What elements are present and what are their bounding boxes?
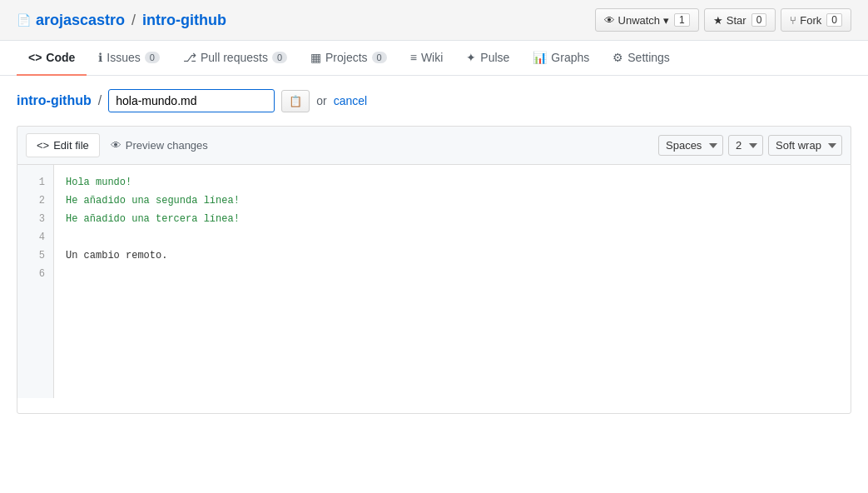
fork-label: Fork: [800, 14, 821, 27]
edit-file-label: Edit file: [53, 139, 89, 152]
indent-mode-select[interactable]: Spaces Tabs: [658, 135, 723, 156]
code-line: He añadido una segunda línea!: [66, 192, 839, 210]
tab-pulse-label: Pulse: [480, 51, 509, 64]
watch-button[interactable]: 👁 Unwatch ▾ 1: [595, 8, 699, 32]
issues-icon: ℹ: [98, 51, 102, 64]
top-actions: 👁 Unwatch ▾ 1 ★ Star 0 ⑂ Fork 0: [595, 8, 851, 32]
code-line: [66, 265, 839, 283]
fork-button[interactable]: ⑂ Fork 0: [781, 8, 851, 32]
pr-badge: 0: [272, 52, 287, 63]
tab-pr-label: Pull requests: [201, 51, 268, 64]
tab-settings-label: Settings: [627, 51, 670, 64]
or-text: or: [316, 94, 326, 107]
fork-count: 0: [826, 13, 842, 27]
breadcrumb-separator: /: [98, 93, 102, 108]
watch-label: Unwatch: [618, 14, 661, 27]
line-number: 6: [17, 265, 53, 283]
code-line: He añadido una tercera línea!: [66, 210, 839, 228]
pulse-icon: ✦: [466, 51, 476, 64]
editor-area: 123456 Hola mundo!He añadido una segunda…: [17, 164, 851, 414]
code-line: [66, 228, 839, 246]
tab-pulse[interactable]: ✦ Pulse: [454, 41, 521, 76]
pr-icon: ⎇: [183, 51, 196, 64]
owner-link[interactable]: arojascastro: [36, 12, 125, 29]
repo-link[interactable]: intro-github: [142, 12, 226, 29]
code-lines: 123456 Hola mundo!He añadido una segunda…: [17, 165, 851, 398]
indent-size-select[interactable]: 2 4 8: [728, 135, 763, 156]
preview-icon: 👁: [111, 139, 122, 152]
wrap-select[interactable]: Soft wrap No wrap: [768, 135, 842, 156]
preview-changes-label: Preview changes: [126, 139, 208, 152]
line-number: 4: [17, 228, 53, 246]
line-number: 3: [17, 210, 53, 228]
code-line: Un cambio remoto.: [66, 246, 839, 265]
watch-dropdown-icon[interactable]: ▾: [663, 14, 669, 27]
projects-badge: 0: [372, 52, 387, 63]
star-label: Star: [727, 14, 746, 27]
editor-tabs: <> Edit file 👁 Preview changes: [26, 133, 219, 157]
tab-wiki[interactable]: ≡ Wiki: [399, 41, 455, 76]
title-separator: /: [131, 12, 136, 29]
code-line: Hola mundo!: [66, 173, 839, 192]
tab-wiki-label: Wiki: [421, 51, 443, 64]
star-count: 0: [751, 13, 767, 27]
tab-pull-requests[interactable]: ⎇ Pull requests 0: [171, 41, 299, 76]
tab-issues-label: Issues: [107, 51, 140, 64]
editor-toolbar: <> Edit file 👁 Preview changes Spaces Ta…: [17, 126, 851, 164]
preview-changes-tab[interactable]: 👁 Preview changes: [100, 133, 219, 157]
wiki-icon: ≡: [410, 51, 417, 64]
tab-projects[interactable]: ▦ Projects 0: [299, 41, 399, 76]
settings-icon: ⚙: [613, 51, 623, 64]
editor-controls: Spaces Tabs 2 4 8 Soft wrap No wrap: [658, 135, 842, 156]
tab-graphs[interactable]: 📊 Graphs: [521, 41, 601, 76]
repo-icon: 📄: [17, 13, 31, 27]
tab-code-label: Code: [46, 51, 75, 64]
tab-issues[interactable]: ℹ Issues 0: [87, 41, 171, 76]
filename-input[interactable]: [108, 89, 275, 112]
star-icon: ★: [713, 14, 723, 27]
projects-icon: ▦: [310, 51, 321, 64]
line-numbers: 123456: [17, 165, 54, 398]
issues-badge: 0: [145, 52, 160, 63]
edit-icon: <>: [37, 139, 49, 152]
top-bar: 📄 arojascastro / intro-github 👁 Unwatch …: [0, 0, 868, 41]
clipboard-icon: 📋: [289, 95, 302, 107]
line-number: 1: [17, 173, 53, 192]
copy-path-button[interactable]: 📋: [281, 90, 310, 112]
eye-icon: 👁: [604, 14, 615, 27]
breadcrumb-row: intro-github / 📋 or cancel: [0, 76, 868, 126]
line-number: 5: [17, 246, 53, 265]
tab-graphs-label: Graphs: [551, 51, 589, 64]
repo-title: 📄 arojascastro / intro-github: [17, 12, 226, 29]
line-number: 2: [17, 192, 53, 210]
code-content[interactable]: Hola mundo!He añadido una segunda línea!…: [54, 165, 851, 398]
tab-code[interactable]: <> Code: [17, 41, 87, 76]
fork-icon: ⑂: [790, 14, 796, 27]
cancel-link[interactable]: cancel: [334, 94, 367, 107]
breadcrumb-repo-link[interactable]: intro-github: [17, 93, 92, 108]
edit-file-tab[interactable]: <> Edit file: [26, 133, 100, 157]
code-icon: <>: [28, 51, 42, 64]
tab-projects-label: Projects: [325, 51, 368, 64]
tab-settings[interactable]: ⚙ Settings: [601, 41, 682, 76]
watch-count: 1: [674, 13, 690, 27]
nav-tabs: <> Code ℹ Issues 0 ⎇ Pull requests 0 ▦ P…: [0, 41, 868, 76]
star-button[interactable]: ★ Star 0: [704, 8, 776, 32]
graphs-icon: 📊: [533, 51, 547, 64]
